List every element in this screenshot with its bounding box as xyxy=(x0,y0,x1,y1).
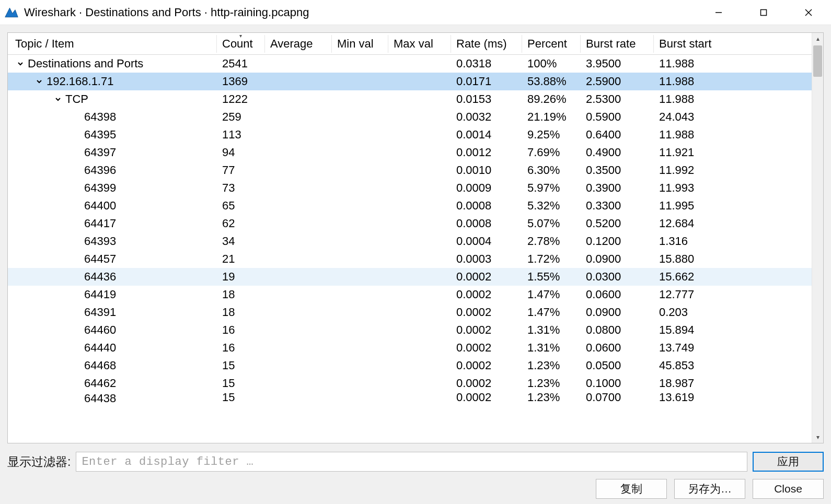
table-row[interactable]: 64460160.00021.31%0.080015.894 xyxy=(8,321,812,339)
table-row[interactable]: 64438150.00021.23%0.070013.619 xyxy=(8,392,812,405)
topic-label: 64397 xyxy=(84,146,116,159)
window-title: Wireshark · Destinations and Ports · htt… xyxy=(24,6,696,19)
vertical-scrollbar[interactable]: ▴ ▾ xyxy=(812,33,823,443)
topic-label: TCP xyxy=(65,92,88,106)
topic-cell: 64397 xyxy=(8,144,217,161)
titlebar: Wireshark · Destinations and Ports · htt… xyxy=(0,0,831,25)
expander-placeholder xyxy=(72,165,82,175)
minimize-button[interactable] xyxy=(696,0,741,25)
cell-brate: 0.0900 xyxy=(581,306,654,319)
table-row[interactable]: 64399730.00095.97%0.390011.993 xyxy=(8,179,812,197)
topic-label: 64391 xyxy=(84,306,116,319)
display-filter-label: 显示过滤器: xyxy=(7,454,71,470)
scroll-thumb[interactable] xyxy=(813,45,822,77)
table-row[interactable]: 64468150.00021.23%0.050045.853 xyxy=(8,357,812,374)
table-row[interactable]: 64391180.00021.47%0.09000.203 xyxy=(8,303,812,321)
expander-placeholder xyxy=(72,236,82,247)
col-count-label: Count xyxy=(222,37,253,50)
cell-percent: 9.25% xyxy=(522,128,581,142)
table-row[interactable]: 64457210.00031.72%0.090015.880 xyxy=(8,250,812,268)
col-rate[interactable]: Rate (ms) xyxy=(451,35,522,53)
cell-percent: 1.55% xyxy=(522,270,581,284)
col-maxval-label: Max val xyxy=(394,37,433,50)
table-row[interactable]: 64397940.00127.69%0.490011.921 xyxy=(8,144,812,161)
table-row[interactable]: Destinations and Ports25410.0318100%3.95… xyxy=(8,55,812,73)
topic-cell: 64395 xyxy=(8,126,217,144)
cell-rate: 0.0010 xyxy=(451,163,522,177)
topic-cell: 192.168.1.71 xyxy=(8,73,217,90)
bottom-button-bar: 复制 另存为… Close xyxy=(7,479,824,499)
table-row[interactable]: 64440160.00021.31%0.060013.749 xyxy=(8,339,812,357)
cell-rate: 0.0153 xyxy=(451,92,522,106)
col-average[interactable]: Average xyxy=(265,35,332,53)
apply-button[interactable]: 应用 xyxy=(753,452,824,472)
cell-bstart: 0.203 xyxy=(654,306,812,319)
tree-rows-container: Destinations and Ports25410.0318100%3.95… xyxy=(8,55,812,443)
col-brate[interactable]: Burst rate xyxy=(581,35,654,53)
topic-cell: 64393 xyxy=(8,232,217,250)
table-row[interactable]: 64400650.00085.32%0.330011.995 xyxy=(8,197,812,215)
col-topic-label: Topic / Item xyxy=(15,37,74,50)
topic-cell: 64468 xyxy=(8,357,217,374)
display-filter-input[interactable]: Enter a display filter … xyxy=(76,452,747,472)
expander-placeholder xyxy=(72,393,82,404)
table-row[interactable]: 643951130.00149.25%0.640011.988 xyxy=(8,126,812,144)
cell-count: 19 xyxy=(217,270,265,284)
table-row[interactable]: 64462150.00021.23%0.100018.987 xyxy=(8,374,812,392)
expander-placeholder xyxy=(72,325,82,335)
cell-percent: 5.07% xyxy=(522,217,581,230)
save-as-button-label: 另存为… xyxy=(688,482,732,496)
topic-cell: Destinations and Ports xyxy=(8,55,217,73)
cell-brate: 0.1200 xyxy=(581,235,654,248)
topic-label: 64393 xyxy=(84,235,116,248)
table-row[interactable]: 64393340.00042.78%0.12001.316 xyxy=(8,232,812,250)
expander-placeholder xyxy=(72,183,82,193)
maximize-button[interactable] xyxy=(741,0,786,25)
col-bstart[interactable]: Burst start xyxy=(654,35,823,53)
cell-count: 15 xyxy=(217,359,265,372)
cell-rate: 0.0002 xyxy=(451,359,522,372)
close-button[interactable] xyxy=(786,0,831,25)
cell-percent: 1.23% xyxy=(522,359,581,372)
cell-brate: 0.3900 xyxy=(581,181,654,195)
col-percent[interactable]: Percent xyxy=(522,35,581,53)
wireshark-icon xyxy=(4,5,19,20)
copy-button[interactable]: 复制 xyxy=(596,479,667,499)
cell-percent: 53.88% xyxy=(522,75,581,88)
topic-cell: 64440 xyxy=(8,339,217,357)
table-row[interactable]: 643982590.003221.19%0.590024.043 xyxy=(8,108,812,126)
scroll-down-icon[interactable]: ▾ xyxy=(812,431,823,443)
display-filter-placeholder: Enter a display filter … xyxy=(82,455,253,468)
table-row[interactable]: 64419180.00021.47%0.060012.777 xyxy=(8,286,812,303)
save-as-button[interactable]: 另存为… xyxy=(674,479,745,499)
table-row[interactable]: 64396770.00106.30%0.350011.992 xyxy=(8,161,812,179)
scroll-up-icon[interactable]: ▴ xyxy=(812,33,823,44)
cell-percent: 6.30% xyxy=(522,163,581,177)
topic-cell: 64391 xyxy=(8,303,217,321)
topic-label: 64438 xyxy=(84,393,116,404)
cell-count: 34 xyxy=(217,235,265,248)
col-topic[interactable]: Topic / Item xyxy=(8,35,217,53)
col-minval[interactable]: Min val xyxy=(332,35,388,53)
table-row[interactable]: 192.168.1.7113690.017153.88%2.590011.988 xyxy=(8,73,812,90)
table-row[interactable]: 64417620.00085.07%0.520012.684 xyxy=(8,215,812,232)
chevron-down-icon[interactable] xyxy=(15,58,26,69)
chevron-down-icon[interactable] xyxy=(34,76,44,87)
cell-bstart: 1.316 xyxy=(654,235,812,248)
col-count[interactable]: ▾ Count xyxy=(217,35,265,53)
topic-label: 64398 xyxy=(84,110,116,124)
cell-brate: 0.0900 xyxy=(581,252,654,266)
table-row[interactable]: TCP12220.015389.26%2.530011.988 xyxy=(8,90,812,108)
close-dialog-button[interactable]: Close xyxy=(753,479,824,499)
table-row[interactable]: 64436190.00021.55%0.030015.662 xyxy=(8,268,812,286)
cell-percent: 89.26% xyxy=(522,92,581,106)
cell-bstart: 15.894 xyxy=(654,323,812,337)
cell-brate: 0.0600 xyxy=(581,341,654,355)
topic-label: 64462 xyxy=(84,377,116,390)
cell-count: 62 xyxy=(217,217,265,230)
client-area: Topic / Item ▾ Count Average Min val Max… xyxy=(0,25,831,504)
column-header-row: Topic / Item ▾ Count Average Min val Max… xyxy=(8,33,823,55)
col-maxval[interactable]: Max val xyxy=(388,35,451,53)
apply-button-label: 应用 xyxy=(777,454,799,469)
chevron-down-icon[interactable] xyxy=(53,94,63,104)
